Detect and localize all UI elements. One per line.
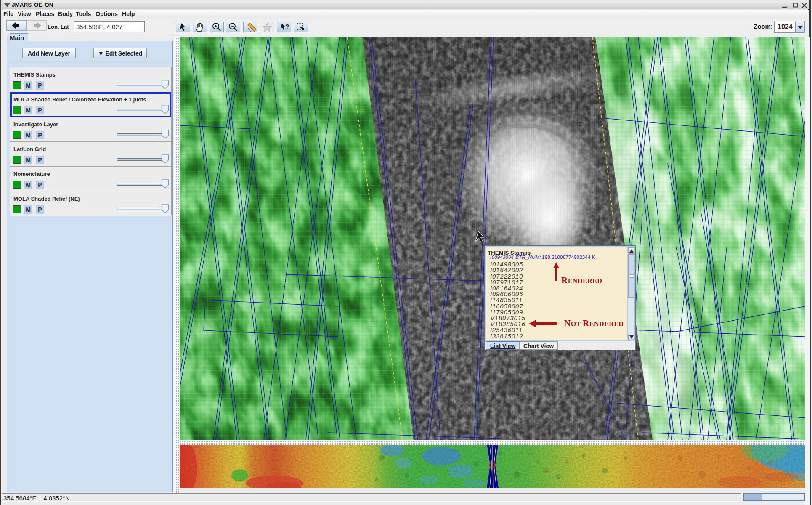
svg-text:?: ? (285, 23, 289, 30)
